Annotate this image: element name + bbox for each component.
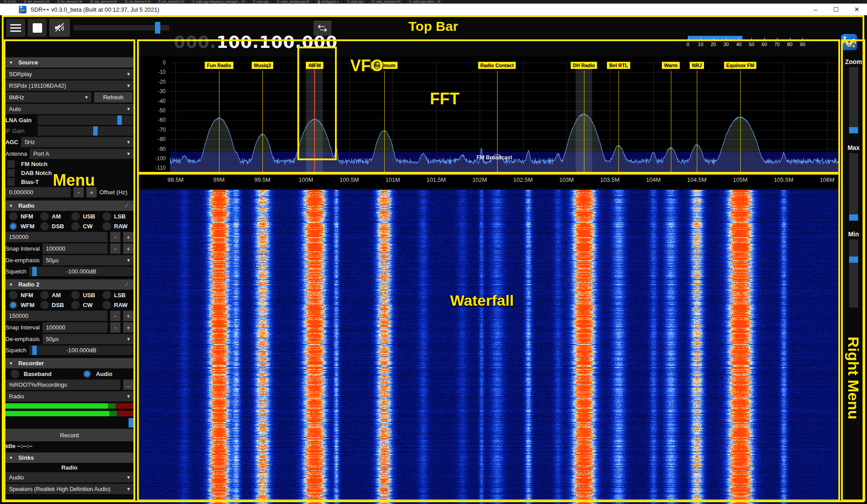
slider-handle[interactable] (129, 418, 133, 427)
enabled-check-icon[interactable]: ✓ (124, 280, 130, 289)
editor-tab[interactable]: Cmain.cpp frequency_manager\... M (189, 0, 249, 4)
dab-notch-checkbox[interactable] (7, 169, 15, 177)
min-slider[interactable] (849, 239, 858, 308)
slider-handle[interactable] (849, 256, 858, 263)
bandwidth-plus-button[interactable]: + (123, 232, 133, 242)
stop-button[interactable] (28, 19, 47, 37)
mode-option-lsb[interactable]: LSB (103, 212, 134, 221)
max-slider[interactable] (849, 153, 858, 219)
agc-select[interactable]: 5Hz▼ (21, 137, 133, 147)
volume-slider-handle[interactable] (155, 22, 160, 34)
editor-tab[interactable]: Ccore.cpp (249, 0, 273, 4)
waterfall-display[interactable] (139, 190, 839, 504)
enabled-check-icon[interactable]: ✓ (124, 201, 130, 210)
deemphasis-select[interactable]: 50µs▼ (43, 334, 133, 344)
editor-tab[interactable]: Cmain_window.cpp M (273, 0, 313, 4)
snap-minus-button[interactable]: - (110, 322, 120, 333)
bias-t-checkbox[interactable] (7, 178, 15, 186)
editor-tab[interactable]: {}config.json × (313, 0, 343, 4)
offset-plus-button[interactable]: + (86, 187, 97, 197)
snap-minus-button[interactable]: - (110, 243, 120, 254)
slider-handle[interactable] (93, 126, 98, 136)
browse-button[interactable]: ... (123, 380, 133, 390)
bandwidth-plus-button[interactable]: + (123, 311, 133, 321)
squelch-slider[interactable]: -100.000dB (29, 267, 133, 276)
mode-option-wfm[interactable]: WFM (9, 222, 40, 231)
fft-display[interactable] (139, 56, 839, 188)
mode-option-wfm[interactable]: WFM (9, 301, 40, 309)
source-device-select[interactable]: RSPdx (191106DA42)▼ (5, 81, 133, 91)
mode-option-am[interactable]: AM (40, 291, 72, 299)
recording-path-input[interactable]: %ROOT%/Recordings (5, 380, 120, 390)
mode-option-lsb[interactable]: LSB (103, 291, 134, 299)
mode-option-dsb[interactable]: DSB (40, 301, 72, 309)
editor-tab[interactable]: Clsb_demod.h M (20, 0, 54, 4)
station-label[interactable]: DH Radio (571, 62, 597, 69)
mode-option-raw[interactable]: RAW (103, 222, 134, 231)
sink-type-select[interactable]: Audio▼ (5, 472, 133, 483)
recorder-volume-slider[interactable] (5, 418, 133, 427)
mode-option-cw[interactable]: CW (71, 301, 103, 309)
slider-handle[interactable] (849, 127, 858, 133)
close-button[interactable]: ✕ (846, 6, 867, 13)
minimize-button[interactable]: – (805, 6, 826, 13)
recorder-section-header[interactable]: ▼Recorder (5, 358, 133, 368)
squelch-slider[interactable]: -100.000dB (29, 346, 133, 355)
snap-plus-button[interactable]: + (123, 243, 133, 254)
editor-tab-strip[interactable]: Cd.h MClsb_demod.h MCfm_demod.h MCusb_de… (0, 0, 867, 4)
recorder-stream-select[interactable]: Radio▼ (5, 391, 133, 401)
radio2-section-header[interactable]: ▼Radio 2✓ (5, 279, 133, 290)
snap-plus-button[interactable]: + (123, 322, 133, 333)
mode-option-usb[interactable]: USB (71, 291, 103, 299)
station-label[interactable]: NRJ (690, 62, 704, 69)
source-type-select[interactable]: SDRplay▼ (5, 69, 133, 79)
bandwidth-minus-button[interactable]: - (110, 232, 120, 242)
editor-tab[interactable]: Cstyle.cpp (343, 0, 368, 4)
editor-tab[interactable]: Cam_demod.h M (155, 0, 189, 4)
sinks-section-header[interactable]: ▼Sinks (5, 453, 133, 463)
source-section-header[interactable]: ▼Source (5, 57, 133, 68)
station-label[interactable]: Maximum (370, 62, 398, 69)
bandwidth-select[interactable]: 8MHz▼ (5, 92, 91, 103)
mode-option-dsb[interactable]: DSB (40, 222, 72, 231)
vfo-swap-button[interactable] (313, 21, 331, 36)
radio-section-header[interactable]: ▼Radio✓ (5, 201, 133, 211)
baseband-radio[interactable] (11, 370, 19, 378)
snap-interval-input[interactable]: 100000 (43, 243, 107, 254)
mode-option-nfm[interactable]: NFM (9, 212, 40, 221)
editor-tab[interactable]: Cusb_demod.h M (86, 0, 121, 4)
station-label[interactable]: Musiq3 (252, 62, 273, 69)
maximize-button[interactable]: ☐ (826, 6, 846, 13)
audio-device-select[interactable]: Speakers (Realtek High Definition Audio)… (5, 484, 133, 494)
menu-toggle-button[interactable] (6, 19, 25, 37)
station-label[interactable]: Radio Contact (478, 62, 516, 69)
bandwidth-minus-button[interactable]: - (110, 311, 120, 321)
record-button[interactable]: Record (5, 429, 133, 441)
lna-gain-slider[interactable] (38, 115, 133, 125)
mode-option-usb[interactable]: USB (71, 212, 103, 221)
station-label[interactable]: 48FM (306, 62, 323, 69)
radio-bandwidth-input[interactable]: 150000 (5, 232, 107, 242)
offset-minus-button[interactable]: - (73, 187, 84, 197)
samplerate-select[interactable]: Auto▼ (5, 104, 133, 114)
zoom-slider[interactable] (849, 67, 858, 132)
editor-tab[interactable]: Cd.h M (0, 0, 20, 4)
station-label[interactable]: Warm (662, 62, 680, 69)
fm-notch-checkbox[interactable] (7, 160, 15, 168)
slider-handle[interactable] (117, 115, 122, 125)
station-label[interactable]: Equinox FM (724, 62, 756, 69)
editor-tab[interactable]: Ccw_demod.h M (121, 0, 155, 4)
mode-option-am[interactable]: AM (40, 212, 72, 221)
editor-tab[interactable]: Cmain.cpp radio\... M (405, 0, 445, 4)
slider-handle[interactable] (849, 214, 858, 221)
station-label[interactable]: Bel RTL (607, 62, 631, 69)
radio2-bandwidth-input[interactable]: 150000 (5, 311, 107, 321)
editor-tab[interactable]: Cmain_window.h M (368, 0, 405, 4)
if-gain-slider[interactable] (38, 126, 133, 136)
volume-slider[interactable] (73, 25, 169, 30)
station-label[interactable]: Fun Radio (205, 62, 233, 69)
mode-option-cw[interactable]: CW (71, 222, 103, 231)
audio-radio[interactable] (83, 370, 91, 378)
mode-option-raw[interactable]: RAW (103, 301, 134, 309)
refresh-button[interactable]: Refresh (94, 92, 133, 103)
